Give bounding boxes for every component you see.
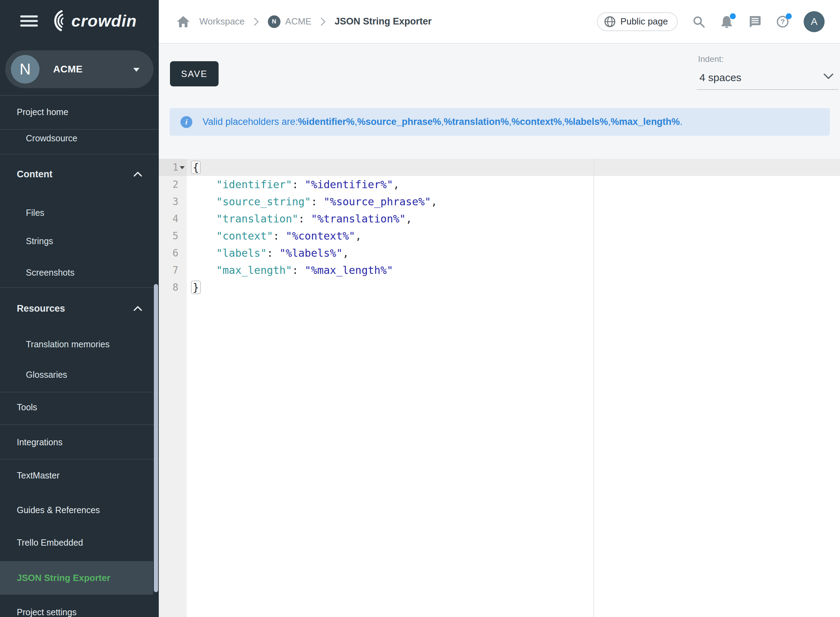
breadcrumb-item-acme[interactable]: NACME bbox=[268, 15, 312, 28]
token-plain bbox=[191, 196, 216, 208]
help-icon[interactable]: ? bbox=[776, 15, 790, 29]
line-number-label: 7 bbox=[159, 262, 178, 279]
code-editor[interactable]: 12345678 { "identifier": "%identifier%",… bbox=[159, 159, 840, 617]
breadcrumb-label: JSON String Exporter bbox=[335, 16, 432, 27]
active-line-highlight bbox=[159, 159, 840, 176]
token-plain bbox=[191, 213, 216, 225]
line-number-label: 1 bbox=[159, 159, 178, 176]
top-actions: Public page ? A bbox=[597, 11, 840, 32]
sidebar-item-label: TextMaster bbox=[17, 471, 59, 481]
public-page-label: Public page bbox=[620, 16, 668, 27]
sidebar-divider bbox=[0, 287, 159, 288]
token-plain: : bbox=[292, 179, 305, 190]
sidebar-scrollbar[interactable] bbox=[154, 284, 158, 592]
sidebar-item-translation-memories[interactable]: Translation memories bbox=[0, 332, 159, 356]
token-plain: , bbox=[406, 213, 412, 225]
chat-icon[interactable] bbox=[748, 15, 762, 29]
info-icon: i bbox=[180, 116, 192, 128]
sidebar-item-integrations[interactable]: Integrations bbox=[0, 430, 159, 455]
search-icon[interactable] bbox=[692, 15, 706, 29]
line-number[interactable]: 5 bbox=[159, 227, 187, 245]
sidebar-item-tools[interactable]: Tools bbox=[0, 395, 159, 419]
sidebar-divider bbox=[0, 95, 159, 96]
sidebar-item-resources[interactable]: Resources bbox=[0, 296, 159, 321]
chevron-down-icon bbox=[133, 68, 140, 72]
line-number-label: 5 bbox=[159, 227, 178, 245]
crowdin-app: crowdin N ACME Project homeCrowdsourceCo… bbox=[0, 0, 840, 617]
indent-select[interactable]: 4 spaces bbox=[697, 69, 839, 90]
token-plain: , bbox=[393, 179, 399, 190]
sidebar-item-files[interactable]: Files bbox=[0, 201, 159, 225]
project-selector[interactable]: N ACME bbox=[5, 50, 153, 88]
token-key: "identifier" bbox=[216, 179, 292, 190]
sidebar-item-label: Project settings bbox=[17, 607, 77, 617]
line-number[interactable]: 2 bbox=[159, 176, 187, 193]
sidebar-item-label: JSON String Exporter bbox=[17, 573, 110, 583]
crowdin-logo[interactable]: crowdin bbox=[46, 9, 137, 32]
public-page-button[interactable]: Public page bbox=[597, 12, 678, 31]
sidebar: crowdin N ACME Project homeCrowdsourceCo… bbox=[0, 0, 159, 617]
token-key: "labels" bbox=[216, 247, 267, 259]
chevron-up-icon bbox=[134, 306, 142, 311]
sidebar-item-screenshots[interactable]: Screenshots bbox=[0, 260, 159, 285]
line-number-label: 2 bbox=[159, 176, 178, 193]
token-key: "translation" bbox=[216, 213, 298, 225]
token-str: "%translation%" bbox=[311, 213, 406, 225]
token-plain bbox=[191, 179, 216, 190]
sidebar-header: crowdin bbox=[0, 0, 159, 44]
sidebar-item-json-string-exporter[interactable]: JSON String Exporter bbox=[0, 561, 153, 595]
token-plain: : bbox=[273, 230, 286, 242]
svg-text:?: ? bbox=[781, 18, 785, 25]
save-button[interactable]: SAVE bbox=[170, 61, 218, 86]
breadcrumb-label: ACME bbox=[285, 16, 312, 27]
sidebar-item-label: Glossaries bbox=[26, 370, 67, 380]
line-number[interactable]: 4 bbox=[159, 210, 187, 227]
hamburger-menu-icon[interactable] bbox=[20, 15, 38, 29]
home-icon[interactable] bbox=[176, 15, 190, 29]
token-str: "%identifier%" bbox=[305, 179, 393, 190]
line-number[interactable]: 6 bbox=[159, 245, 187, 262]
token-key: "max_length" bbox=[216, 264, 292, 276]
token-plain: , bbox=[343, 247, 349, 259]
sidebar-item-strings[interactable]: Strings bbox=[0, 229, 159, 253]
token-str: "%context%" bbox=[286, 230, 355, 242]
code-line-3: "source_string": "%source_phrase%", bbox=[191, 193, 437, 210]
sidebar-item-label: Integrations bbox=[17, 437, 63, 447]
breadcrumb-item-workspace[interactable]: Workspace bbox=[199, 16, 245, 27]
sidebar-item-content[interactable]: Content bbox=[0, 162, 159, 186]
placeholder-token: %context% bbox=[511, 117, 561, 127]
globe-icon bbox=[604, 16, 616, 28]
sidebar-item-label: Project home bbox=[17, 107, 68, 117]
line-number[interactable]: 1 bbox=[159, 159, 187, 176]
placeholder-token: %translation% bbox=[444, 117, 509, 127]
user-avatar[interactable]: A bbox=[804, 11, 825, 32]
sidebar-item-project-home[interactable]: Project home bbox=[0, 100, 159, 124]
token-plain: : bbox=[298, 213, 311, 225]
sidebar-item-project-settings[interactable]: Project settings bbox=[0, 600, 159, 617]
help-badge bbox=[786, 13, 792, 19]
sidebar-divider bbox=[0, 459, 159, 460]
line-number[interactable]: 8 bbox=[159, 279, 187, 296]
notification-badge bbox=[730, 13, 736, 19]
fold-caret-icon[interactable] bbox=[180, 166, 185, 169]
token-plain: , bbox=[355, 230, 362, 242]
sidebar-item-glossaries[interactable]: Glossaries bbox=[0, 362, 159, 387]
breadcrumb: WorkspaceNACMEJSON String Exporter bbox=[159, 15, 432, 29]
sidebar-item-trello-embedded[interactable]: Trello Embedded bbox=[0, 530, 159, 555]
code-line-8: } bbox=[191, 279, 201, 296]
sidebar-item-guides-references[interactable]: Guides & References bbox=[0, 498, 159, 522]
breadcrumb-label: Workspace bbox=[199, 16, 245, 27]
line-number[interactable]: 3 bbox=[159, 193, 187, 210]
token-str: "%source_phrase%" bbox=[323, 196, 431, 208]
token-key: "context" bbox=[216, 230, 273, 242]
crowdin-logo-text: crowdin bbox=[71, 11, 137, 30]
indent-control: Indent: 4 spaces bbox=[697, 54, 839, 90]
placeholder-token: %max_length% bbox=[611, 117, 680, 127]
sidebar-item-label: Translation memories bbox=[26, 339, 109, 350]
sidebar-item-textmaster[interactable]: TextMaster bbox=[0, 463, 159, 487]
token-plain bbox=[191, 230, 216, 242]
sidebar-item-label: Guides & References bbox=[17, 505, 100, 515]
line-number-label: 3 bbox=[159, 193, 178, 210]
bell-icon[interactable] bbox=[720, 15, 734, 29]
line-number[interactable]: 7 bbox=[159, 262, 187, 279]
